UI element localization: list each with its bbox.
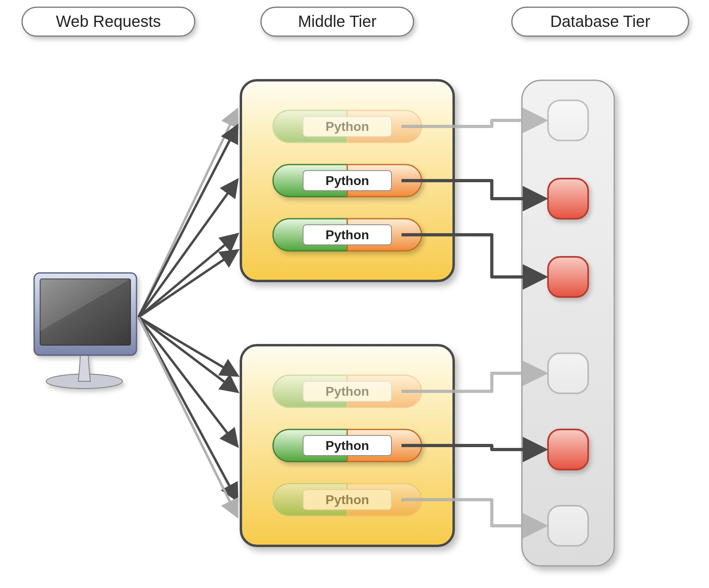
svg-rect-9 <box>548 506 588 546</box>
header-middle-tier-label: Middle Tier <box>298 12 377 30</box>
python-process-label: Python <box>326 119 369 134</box>
request-arrow <box>139 126 237 317</box>
header-database-tier-label: Database Tier <box>550 12 650 30</box>
svg-rect-7 <box>548 353 588 393</box>
python-process-label: Python <box>326 384 369 399</box>
database-node-active <box>548 179 588 219</box>
python-process-pill: Python <box>273 110 422 142</box>
python-process-pill: Python <box>273 219 422 251</box>
python-process-label: Python <box>326 173 369 188</box>
header-web-requests: Web Requests <box>22 7 195 36</box>
svg-rect-5 <box>548 179 588 219</box>
python-process-pill: Python <box>273 429 422 462</box>
database-node-idle <box>548 100 588 140</box>
database-node-idle <box>548 353 588 393</box>
python-process-label: Python <box>326 492 369 507</box>
database-node-active <box>548 429 588 470</box>
request-arrow <box>139 181 237 317</box>
python-process-pill: Python <box>273 484 422 516</box>
database-node-active <box>548 257 588 297</box>
client-monitor-icon <box>34 273 137 389</box>
svg-rect-8 <box>548 429 588 470</box>
python-process-pill: Python <box>273 375 422 407</box>
python-process-pill: Python <box>273 165 422 197</box>
python-process-label: Python <box>326 228 369 242</box>
database-panel <box>522 80 614 566</box>
header-database-tier: Database Tier <box>512 7 689 36</box>
svg-rect-6 <box>548 257 588 297</box>
python-process-label: Python <box>326 438 369 453</box>
svg-rect-3 <box>522 80 614 566</box>
database-node-idle <box>548 506 588 546</box>
header-web-requests-label: Web Requests <box>56 12 161 30</box>
header-middle-tier: Middle Tier <box>261 7 414 36</box>
svg-rect-4 <box>548 100 588 140</box>
